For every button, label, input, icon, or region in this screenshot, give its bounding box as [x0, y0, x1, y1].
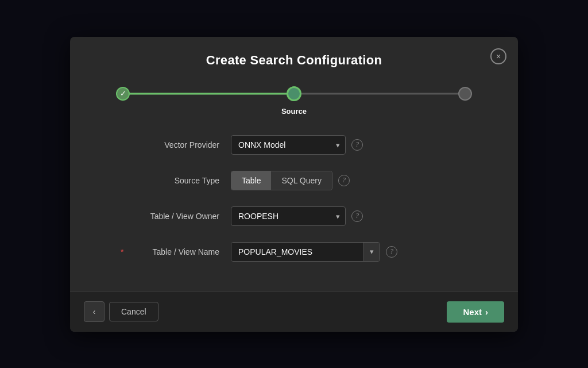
form-body: Vector Provider ONNX Model OpenAI Azure … — [70, 129, 518, 292]
next-button[interactable]: Next › — [447, 301, 504, 323]
vector-provider-control: ONNX Model OpenAI Azure OpenAI ? — [231, 135, 363, 155]
table-view-owner-help-icon[interactable]: ? — [351, 210, 363, 222]
step-active-label: Source — [281, 107, 307, 116]
table-view-name-row: Table / View Name ▾ ? — [127, 242, 461, 262]
table-view-name-control: ▾ ? — [231, 242, 397, 262]
table-view-owner-select-wrapper: ROOPESH PUBLIC ADMIN — [231, 206, 346, 226]
next-label: Next — [463, 307, 482, 317]
stepper-track: ✓ — [116, 86, 472, 101]
table-view-owner-select[interactable]: ROOPESH PUBLIC ADMIN — [231, 206, 346, 226]
table-view-owner-label: Table / View Owner — [127, 212, 231, 221]
step-check-1: ✓ — [120, 89, 126, 98]
table-view-name-label: Table / View Name — [127, 247, 231, 256]
close-button[interactable]: × — [490, 48, 506, 64]
source-type-row: Source Type Table SQL Query ? — [127, 171, 461, 190]
stepper-container: ✓ Source — [70, 77, 518, 129]
vector-provider-row: Vector Provider ONNX Model OpenAI Azure … — [127, 135, 461, 155]
vector-provider-select[interactable]: ONNX Model OpenAI Azure OpenAI — [231, 135, 346, 155]
source-type-table-button[interactable]: Table — [231, 171, 271, 190]
step-dot-2 — [287, 86, 301, 101]
step-dot-3 — [458, 87, 472, 101]
table-view-owner-control: ROOPESH PUBLIC ADMIN ? — [231, 206, 363, 226]
dialog-header: Create Search Configuration × — [70, 37, 518, 77]
vector-provider-select-wrapper: ONNX Model OpenAI Azure OpenAI — [231, 135, 346, 155]
vector-provider-label: Vector Provider — [127, 140, 231, 150]
source-type-label: Source Type — [127, 176, 231, 185]
table-view-owner-row: Table / View Owner ROOPESH PUBLIC ADMIN … — [127, 206, 461, 226]
cancel-button[interactable]: Cancel — [109, 302, 158, 321]
step-dot-1: ✓ — [116, 87, 130, 101]
dialog: Create Search Configuration × ✓ Source — [70, 37, 518, 332]
table-view-name-dropdown-arrow[interactable]: ▾ — [363, 243, 380, 261]
source-type-help-icon[interactable]: ? — [338, 175, 350, 186]
table-view-name-help-icon[interactable]: ? — [386, 246, 397, 258]
source-type-toggle-group: Table SQL Query — [231, 171, 332, 190]
table-view-name-split-wrapper: ▾ — [231, 242, 380, 262]
back-button[interactable]: ‹ — [84, 301, 105, 322]
table-view-name-input[interactable] — [231, 243, 363, 261]
next-icon: › — [485, 307, 488, 317]
dialog-overlay: Create Search Configuration × ✓ Source — [0, 0, 588, 368]
dialog-title: Create Search Configuration — [84, 53, 504, 68]
vector-provider-help-icon[interactable]: ? — [351, 139, 363, 151]
source-type-control: Table SQL Query ? — [231, 171, 350, 190]
footer-left: ‹ Cancel — [84, 301, 158, 322]
dialog-footer: ‹ Cancel Next › — [70, 292, 518, 332]
source-type-sql-button[interactable]: SQL Query — [271, 171, 332, 190]
stepper-line-progress — [116, 93, 294, 94]
